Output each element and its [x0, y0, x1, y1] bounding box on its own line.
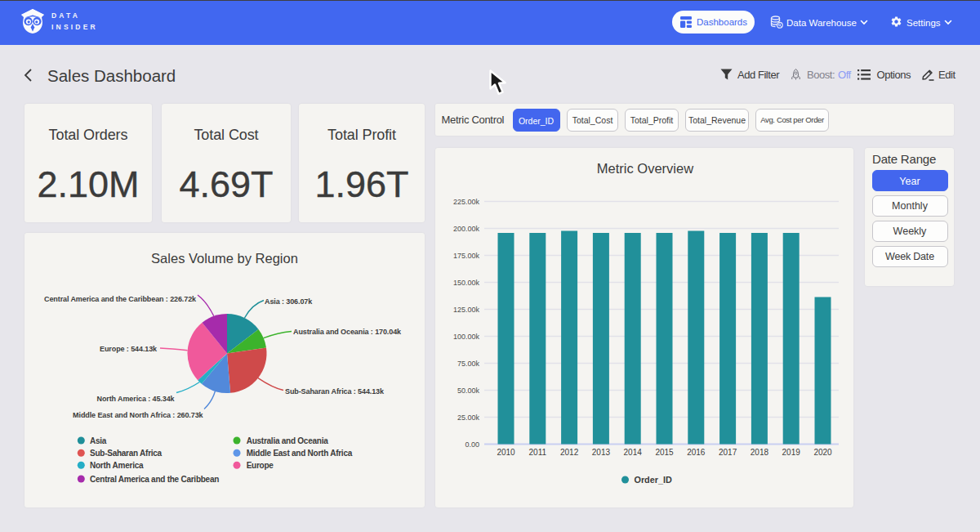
svg-text:Order_ID: Order_ID	[635, 475, 672, 485]
svg-text:Sub-Saharan Africa : 544.13k: Sub-Saharan Africa : 544.13k	[285, 387, 385, 396]
svg-text:2013: 2013	[592, 448, 611, 457]
svg-text:Asia : 306.07k: Asia : 306.07k	[265, 297, 313, 306]
svg-text:Central America and the Caribb: Central America and the Caribbean : 226.…	[44, 295, 197, 303]
svg-text:2011: 2011	[529, 448, 547, 457]
svg-text:Sales Volume by Region: Sales Volume by Region	[151, 251, 298, 266]
svg-text:Europe : 544.13k: Europe : 544.13k	[100, 345, 158, 353]
svg-text:100.00k: 100.00k	[453, 333, 480, 341]
svg-text:2019: 2019	[782, 448, 801, 457]
svg-text:150.00k: 150.00k	[453, 279, 480, 287]
svg-text:Middle East and North Africa: Middle East and North Africa	[247, 449, 353, 458]
svg-text:2014: 2014	[624, 448, 643, 457]
svg-text:75.00k: 75.00k	[457, 360, 480, 368]
svg-text:Sub-Saharan Africa: Sub-Saharan Africa	[90, 449, 163, 458]
svg-text:175.00k: 175.00k	[453, 252, 480, 260]
svg-text:North America: North America	[90, 461, 144, 470]
svg-text:2020: 2020	[813, 448, 832, 457]
svg-text:Central America and the Caribb: Central America and the Caribbean	[90, 475, 219, 484]
svg-text:Europe: Europe	[247, 461, 274, 470]
svg-text:25.00k: 25.00k	[457, 414, 480, 422]
svg-text:2017: 2017	[719, 448, 737, 457]
svg-text:2010: 2010	[497, 448, 515, 457]
svg-text:Australia and Oceania: Australia and Oceania	[247, 436, 328, 445]
svg-text:125.00k: 125.00k	[453, 306, 480, 314]
svg-text:2015: 2015	[655, 448, 674, 457]
svg-text:200.00k: 200.00k	[453, 225, 480, 233]
svg-text:Australia and Oceania : 170.04: Australia and Oceania : 170.04k	[293, 328, 402, 336]
svg-text:0.00: 0.00	[465, 440, 479, 449]
svg-text:North America : 45.34k: North America : 45.34k	[96, 395, 175, 403]
svg-text:2016: 2016	[687, 448, 706, 457]
svg-text:50.00k: 50.00k	[457, 387, 480, 395]
svg-text:Asia: Asia	[90, 436, 107, 445]
svg-text:Middle East and North Africa :: Middle East and North Africa : 260.73k	[73, 411, 204, 419]
svg-text:225.00k: 225.00k	[453, 198, 480, 206]
svg-text:Metric Overview: Metric Overview	[597, 161, 693, 176]
svg-text:2018: 2018	[751, 448, 769, 457]
svg-text:2012: 2012	[560, 448, 579, 457]
